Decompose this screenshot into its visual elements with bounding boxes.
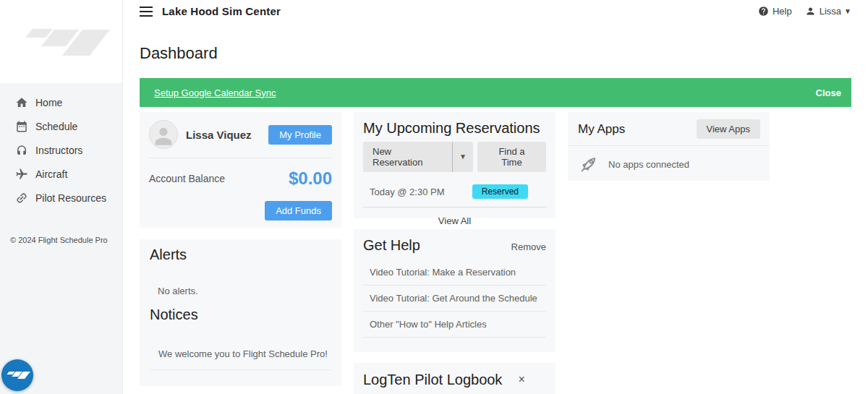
my-profile-button[interactable]: My Profile [268,125,332,145]
alerts-title: Alerts [150,247,331,262]
view-all-link[interactable]: View All [363,215,546,226]
user-full-name: Lissa Viquez [186,129,252,141]
no-apps-text: No apps connected [608,159,689,170]
notice-text: We welcome you to Flight Schedule Pro! [158,348,331,359]
headset-icon [15,144,28,157]
top-bar: Lake Hood Sim Center Help Lissa ▼ [123,0,868,22]
calendar-sync-link[interactable]: Setup Google Calendar Sync [154,87,276,98]
sidebar-item-label: Home [35,97,62,108]
rocket-icon [578,153,600,175]
alerts-card: Alerts No alerts. Notices We welcome you… [140,239,341,386]
user-name: Lissa [820,6,841,17]
account-balance-value: $0.00 [289,168,332,189]
banner-close-button[interactable]: Close [816,87,841,98]
sidebar-item-label: Schedule [35,121,77,132]
notices-title: Notices [150,307,331,322]
sidebar-item-label: Aircraft [35,168,67,180]
help-icon [758,6,769,17]
get-help-title: Get Help [363,237,420,253]
sidebar-nav: Home Schedule Instructors Aircraft Pilot… [0,90,122,210]
calendar-sync-banner: Setup Google Calendar Sync Close [140,78,851,107]
copyright-text: © 2024 Flight Schedule Pro [10,236,108,244]
calendar-icon [15,120,28,133]
sidebar-item-label: Pilot Resources [35,192,106,204]
sidebar-item-home[interactable]: Home [0,90,122,114]
help-article-list: Video Tutorial: Make a Reservation Video… [363,260,546,338]
home-icon [15,96,28,109]
help-article-link[interactable]: Other "How to" Help Articles [363,312,546,338]
person-icon [805,6,816,17]
sidebar: Home Schedule Instructors Aircraft Pilot… [0,0,123,394]
sidebar-item-instructors[interactable]: Instructors [0,138,122,162]
sidebar-item-schedule[interactable]: Schedule [0,114,122,138]
my-apps-card: My Apps View Apps No apps connected [568,112,770,181]
menu-icon[interactable] [140,7,153,17]
reservations-title: My Upcoming Reservations [363,120,546,136]
brand-fab-button[interactable] [1,359,33,391]
airplane-icon [15,168,28,181]
help-label: Help [773,6,792,17]
help-button[interactable]: Help [758,6,792,17]
remove-link[interactable]: Remove [511,241,546,252]
logten-title: LogTen Pilot Logbook [363,372,502,387]
status-badge: Reserved [472,184,528,199]
close-icon[interactable]: × [518,374,524,385]
profile-card: Lissa Viquez My Profile Account Balance … [140,112,341,228]
sidebar-logo [0,0,122,83]
column-1: Lissa Viquez My Profile Account Balance … [140,112,341,386]
reservations-card: My Upcoming Reservations New Reservation… [354,112,556,218]
new-reservation-split-button: New Reservation ▼ [363,142,473,172]
sidebar-item-pilot-resources[interactable]: Pilot Resources [0,186,122,210]
header-actions: Help Lissa ▼ [758,6,851,17]
no-alerts-text: No alerts. [158,286,331,296]
link-icon [15,192,28,205]
divider [149,158,332,158]
user-menu[interactable]: Lissa ▼ [805,6,851,17]
view-apps-button[interactable]: View Apps [697,119,760,139]
column-3: My Apps View Apps No apps connected [568,112,770,181]
main-content: Lake Hood Sim Center Help Lissa ▼ Dashbo… [123,0,868,394]
get-help-card: Get Help Remove Video Tutorial: Make a R… [354,229,556,352]
add-funds-button[interactable]: Add Funds [265,201,332,220]
reservation-row[interactable]: Today @ 2:30 PM Reserved [363,184,546,207]
reservation-time: Today @ 2:30 PM [370,187,445,197]
page-title: Dashboard [140,45,868,62]
my-apps-title: My Apps [578,122,625,137]
sidebar-item-aircraft[interactable]: Aircraft [0,162,122,186]
new-reservation-button[interactable]: New Reservation [363,142,452,172]
chevron-down-icon: ▼ [844,7,851,15]
avatar [149,120,178,149]
find-a-time-button[interactable]: Find a Time [477,142,546,172]
logten-card: LogTen Pilot Logbook × [354,363,556,394]
help-article-link[interactable]: Video Tutorial: Get Around the Schedule [363,286,546,312]
column-2: My Upcoming Reservations New Reservation… [354,112,556,394]
help-article-link[interactable]: Video Tutorial: Make a Reservation [363,260,546,286]
sidebar-item-label: Instructors [35,145,82,156]
account-balance-label: Account Balance [149,173,225,184]
dashboard-cards: Lissa Viquez My Profile Account Balance … [140,112,851,394]
app-title: Lake Hood Sim Center [162,5,281,17]
divider [150,369,331,370]
new-reservation-dropdown-toggle[interactable]: ▼ [452,142,473,172]
